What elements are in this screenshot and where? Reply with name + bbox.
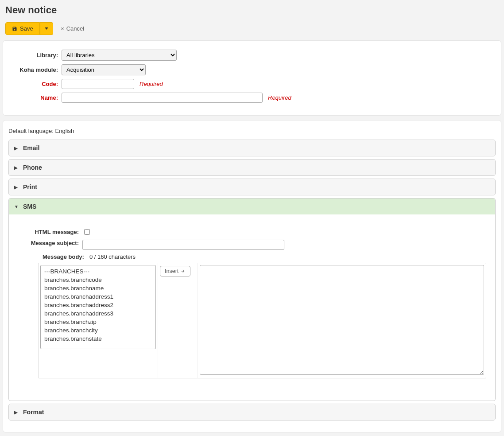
accordion-format-title: Format bbox=[23, 409, 44, 416]
caret-right-icon: ▶ bbox=[14, 165, 19, 170]
save-button[interactable]: Save bbox=[5, 22, 40, 35]
message-body-counter: 0 / 160 characters bbox=[89, 253, 136, 260]
cancel-button-label: Cancel bbox=[66, 25, 84, 32]
insert-cell: Insert bbox=[158, 263, 198, 378]
accordion-print-header[interactable]: ▶ Print bbox=[9, 179, 495, 195]
field-option[interactable]: branches.branchaddress3 bbox=[43, 309, 154, 318]
accordion-email: ▶ Email bbox=[8, 140, 496, 156]
body-textarea-cell bbox=[198, 263, 486, 378]
accordion-sms-body: HTML message: Message subject: Message b… bbox=[9, 214, 495, 401]
code-required-hint: Required bbox=[140, 81, 163, 87]
field-option[interactable]: branches.branchcity bbox=[43, 326, 154, 335]
message-body-editor: ---BRANCHES---branches.branchcodebranche… bbox=[38, 263, 486, 378]
default-language-value: English bbox=[55, 128, 74, 134]
caret-right-icon: ▶ bbox=[14, 185, 19, 190]
save-button-label: Save bbox=[20, 25, 33, 32]
message-subject-label: Message subject: bbox=[18, 240, 82, 247]
caret-down-icon bbox=[45, 27, 48, 30]
library-label: Library: bbox=[12, 52, 62, 58]
code-input[interactable] bbox=[62, 79, 134, 89]
save-button-group: Save bbox=[5, 22, 53, 35]
field-listbox[interactable]: ---BRANCHES---branches.branchcodebranche… bbox=[40, 265, 156, 349]
caret-right-icon: ▶ bbox=[14, 410, 19, 415]
default-language: Default language: English bbox=[8, 128, 496, 134]
field-list-cell: ---BRANCHES---branches.branchcodebranche… bbox=[39, 263, 158, 378]
message-subject-input[interactable] bbox=[82, 240, 284, 250]
message-body-label: Message body: bbox=[43, 253, 84, 260]
accordion-email-title: Email bbox=[23, 144, 39, 152]
save-icon bbox=[12, 26, 17, 31]
library-select[interactable]: All libraries bbox=[62, 50, 177, 61]
accordion-sms-header[interactable]: ▼ SMS bbox=[9, 199, 495, 214]
save-dropdown-toggle[interactable] bbox=[40, 22, 53, 35]
module-select[interactable]: Acquisition bbox=[62, 64, 146, 75]
html-message-label: HTML message: bbox=[18, 229, 82, 235]
name-label: Name: bbox=[12, 94, 62, 101]
notice-main-panel: Library: All libraries Koha module: Acqu… bbox=[3, 40, 501, 116]
accordion-format: ▶ Format bbox=[8, 404, 496, 420]
accordion-phone-title: Phone bbox=[23, 164, 42, 171]
default-language-label: Default language: bbox=[8, 128, 54, 134]
accordion-email-header[interactable]: ▶ Email bbox=[9, 140, 495, 156]
field-option[interactable]: branches.branchstate bbox=[43, 335, 154, 343]
insert-button[interactable]: Insert bbox=[160, 266, 190, 276]
field-option[interactable]: branches.branchaddress1 bbox=[43, 292, 154, 301]
accordion-phone-header[interactable]: ▶ Phone bbox=[9, 160, 495, 175]
page-title: New notice bbox=[5, 4, 501, 16]
accordion-phone: ▶ Phone bbox=[8, 159, 496, 176]
close-icon bbox=[60, 27, 65, 31]
field-option[interactable]: branches.branchaddress2 bbox=[43, 301, 154, 309]
cancel-button[interactable]: Cancel bbox=[58, 25, 87, 32]
toolbar: Save Cancel bbox=[5, 22, 501, 35]
code-label: Code: bbox=[12, 81, 62, 87]
accordion-sms-title: SMS bbox=[23, 203, 36, 210]
caret-down-icon: ▼ bbox=[14, 204, 19, 209]
message-body-textarea[interactable] bbox=[200, 265, 484, 375]
accordion-print-title: Print bbox=[23, 183, 37, 191]
field-option[interactable]: branches.branchname bbox=[43, 284, 154, 292]
accordion-print: ▶ Print bbox=[8, 179, 496, 195]
field-option[interactable]: branches.branchcode bbox=[43, 276, 154, 284]
message-body-header: Message body: 0 / 160 characters bbox=[18, 253, 486, 260]
insert-button-label: Insert bbox=[165, 268, 178, 274]
name-required-hint: Required bbox=[268, 94, 291, 101]
field-option[interactable]: ---BRANCHES--- bbox=[43, 267, 154, 276]
caret-right-icon: ▶ bbox=[14, 146, 19, 151]
accordion-format-header[interactable]: ▶ Format bbox=[9, 404, 495, 420]
arrow-right-icon bbox=[180, 269, 186, 273]
field-option[interactable]: branches.branchzip bbox=[43, 318, 154, 326]
notice-content-panel: Default language: English ▶ Email ▶ Phon… bbox=[3, 120, 501, 432]
html-message-checkbox[interactable] bbox=[84, 229, 90, 235]
name-input[interactable] bbox=[62, 93, 263, 103]
accordion-sms: ▼ SMS HTML message: Message subject: Mes… bbox=[8, 198, 496, 401]
module-label: Koha module: bbox=[12, 66, 62, 73]
